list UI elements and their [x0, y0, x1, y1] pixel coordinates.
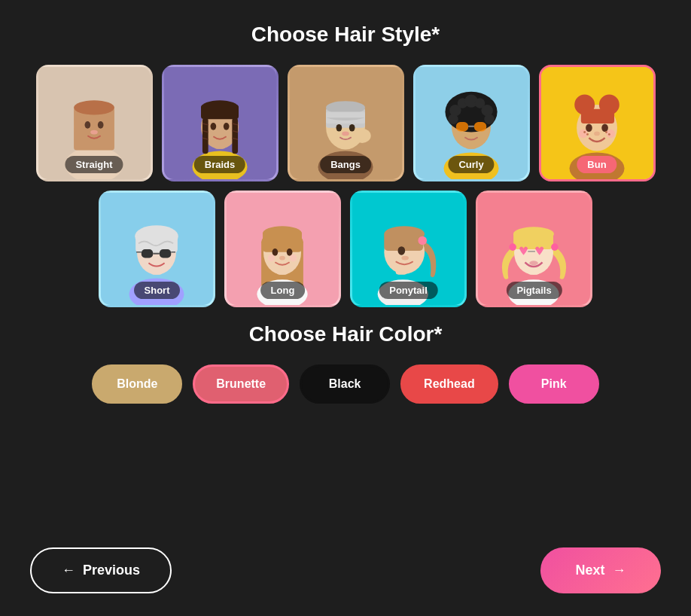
svg-point-98	[401, 256, 409, 261]
svg-point-97	[398, 246, 406, 255]
svg-rect-84	[263, 230, 302, 252]
svg-point-7	[97, 121, 103, 129]
svg-point-8	[90, 130, 98, 135]
svg-point-65	[605, 131, 607, 133]
hair-style-straight-label: Straight	[65, 156, 123, 173]
svg-point-61	[606, 130, 615, 139]
hair-style-short[interactable]: Short	[99, 191, 215, 307]
svg-rect-15	[202, 117, 208, 154]
hair-color-row: Blonde Brunette Black Redhead Pink	[92, 364, 598, 404]
svg-point-34	[342, 132, 349, 136]
svg-point-63	[583, 131, 586, 133]
hair-style-braids-label: Braids	[194, 156, 245, 173]
svg-point-59	[601, 124, 608, 132]
svg-rect-14	[201, 105, 239, 119]
hair-color-title: Choose Hair Color*	[249, 322, 443, 346]
svg-rect-49	[473, 122, 486, 131]
svg-point-85	[272, 249, 279, 256]
svg-point-23	[210, 123, 216, 130]
hair-style-curly[interactable]: Curly	[413, 65, 530, 181]
nav-row: ← Previous Next →	[30, 532, 661, 593]
hair-style-curly-label: Curly	[448, 156, 494, 173]
svg-point-24	[223, 123, 229, 130]
svg-point-33	[349, 124, 355, 132]
color-btn-brunette[interactable]: Brunette	[193, 364, 289, 404]
prev-button[interactable]: ← Previous	[30, 547, 172, 593]
svg-point-62	[594, 132, 600, 136]
hair-style-grid: Straight	[36, 65, 656, 307]
svg-point-5	[74, 100, 114, 114]
hair-style-ponytail-label: Ponytail	[379, 282, 438, 299]
hair-style-braids[interactable]: Braids	[162, 65, 279, 181]
hair-style-section: Choose Hair Style*	[30, 23, 661, 307]
hair-style-pigtails-label: Pigtails	[506, 282, 562, 299]
svg-point-32	[336, 124, 342, 132]
svg-point-60	[578, 130, 587, 139]
svg-point-46	[448, 114, 458, 124]
svg-rect-72	[135, 235, 178, 253]
svg-rect-57	[580, 109, 613, 124]
svg-point-35	[353, 129, 370, 143]
hair-style-ponytail[interactable]: Ponytail	[350, 191, 467, 307]
hair-style-bun-label: Bun	[577, 156, 616, 173]
svg-point-87	[279, 256, 285, 261]
color-btn-blonde[interactable]: Blonde	[92, 364, 182, 404]
hair-style-straight[interactable]: Straight	[36, 65, 153, 181]
svg-point-58	[586, 124, 592, 132]
svg-point-47	[484, 114, 494, 124]
hair-style-long[interactable]: Long	[224, 191, 341, 307]
svg-point-6	[84, 121, 90, 129]
svg-point-86	[287, 249, 293, 256]
svg-point-89	[290, 255, 297, 262]
svg-rect-48	[455, 122, 467, 131]
svg-rect-16	[232, 117, 238, 154]
svg-point-96	[418, 236, 427, 245]
hair-style-title: Choose Hair Style*	[251, 23, 440, 47]
hair-style-bangs[interactable]: Bangs	[288, 65, 404, 181]
color-btn-pink[interactable]: Pink	[509, 364, 599, 404]
svg-point-64	[586, 133, 589, 136]
svg-rect-73	[142, 249, 153, 258]
hair-style-bangs-label: Bangs	[320, 156, 371, 173]
hair-color-section: Choose Hair Color* Blonde Brunette Black…	[30, 322, 661, 404]
svg-point-105	[509, 243, 516, 251]
arrow-right-icon: →	[613, 563, 626, 578]
arrow-left-icon: ←	[62, 563, 75, 578]
hair-style-pigtails[interactable]: Pigtails	[476, 191, 592, 307]
prev-label: Previous	[83, 563, 140, 578]
color-btn-redhead[interactable]: Redhead	[400, 364, 498, 404]
svg-point-108	[529, 261, 538, 265]
color-btn-black[interactable]: Black	[300, 364, 390, 404]
svg-rect-74	[160, 249, 171, 258]
hair-style-row-1: Straight	[36, 65, 656, 181]
hair-style-bun[interactable]: Bun	[539, 65, 656, 181]
hair-style-long-label: Long	[260, 282, 306, 299]
hair-style-row-2: Short	[99, 191, 592, 307]
svg-point-88	[268, 255, 275, 262]
hair-style-short-label: Short	[134, 282, 181, 299]
next-label: Next	[575, 563, 604, 578]
svg-point-106	[551, 243, 559, 251]
svg-point-66	[607, 133, 610, 136]
next-button[interactable]: Next →	[540, 547, 661, 593]
svg-rect-104	[513, 231, 553, 249]
